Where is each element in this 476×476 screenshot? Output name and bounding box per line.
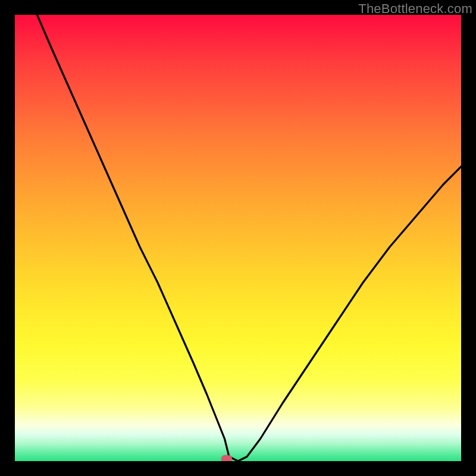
plot-area: [15, 15, 461, 461]
bottleneck-curve: [37, 15, 462, 461]
optimal-point-marker: [221, 455, 232, 461]
chart-frame: TheBottleneck.com: [0, 0, 476, 476]
bottleneck-curve-svg: [15, 15, 461, 461]
